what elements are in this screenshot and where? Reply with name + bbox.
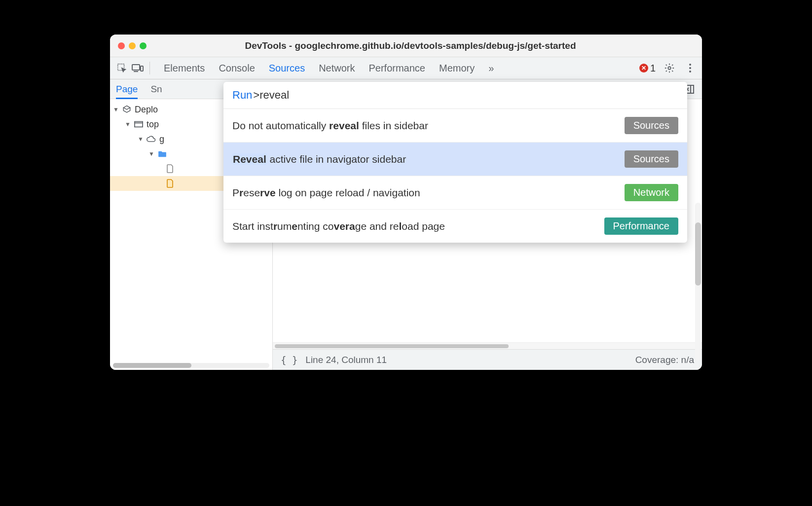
palette-input[interactable] [253, 89, 401, 102]
palette-item-label: Do not automatically reveal files in sid… [232, 120, 625, 132]
editor-hscrollbar-thumb[interactable] [275, 344, 509, 348]
tab-console[interactable]: Console [219, 59, 255, 78]
palette-item[interactable]: Start instrumenting coverage and reload … [223, 210, 687, 243]
panel-tabs: Elements Console Sources Network Perform… [164, 59, 494, 78]
palette-item-label: Preserve log on page reload / navigation [232, 187, 625, 199]
error-icon: ✕ [639, 64, 648, 72]
tab-memory[interactable]: Memory [439, 59, 475, 78]
svg-point-6 [689, 67, 691, 69]
inspect-element-icon[interactable] [115, 61, 129, 75]
expand-arrow-icon: ▼ [113, 106, 119, 113]
device-toolbar-icon[interactable] [131, 61, 145, 75]
svg-point-7 [689, 71, 691, 72]
sidebar-hscrollbar[interactable] [113, 363, 269, 368]
tree-domain-label: g [159, 134, 164, 145]
folder-icon [157, 150, 167, 157]
settings-icon[interactable] [663, 61, 676, 75]
svg-point-4 [668, 67, 671, 70]
svg-rect-2 [141, 66, 143, 71]
expand-arrow-icon: ▼ [148, 150, 154, 157]
palette-item-selected[interactable]: Reveal active file in navigator sidebar … [223, 143, 687, 176]
frame-icon [134, 121, 144, 128]
sidebar-hscrollbar-thumb[interactable] [113, 363, 191, 368]
subtab-page[interactable]: Page [116, 81, 138, 99]
js-file-icon [165, 179, 175, 188]
divider [149, 62, 150, 74]
tab-performance[interactable]: Performance [369, 59, 426, 78]
titlebar: DevTools - googlechrome.github.io/devtoo… [110, 35, 702, 57]
palette-prefix: Run [232, 89, 252, 102]
svg-rect-1 [132, 65, 140, 70]
pretty-print-button[interactable]: { } [281, 355, 297, 365]
subtab-snippets[interactable]: Sn [150, 81, 162, 98]
panel-badge: Performance [604, 217, 679, 235]
toolbar-right: ✕ 1 [639, 61, 697, 75]
palette-item[interactable]: Do not automatically reveal files in sid… [223, 109, 687, 143]
panel-badge: Network [625, 184, 678, 201]
expand-arrow-icon: ▼ [125, 121, 131, 128]
tabs-overflow[interactable]: » [488, 59, 494, 78]
error-badge[interactable]: ✕ 1 [639, 63, 656, 74]
tab-sources[interactable]: Sources [269, 59, 305, 78]
command-palette: Run Do not automatically reveal files in… [223, 82, 687, 243]
window-vscrollbar-thumb[interactable] [695, 222, 701, 286]
main-toolbar: Elements Console Sources Network Perform… [110, 57, 702, 79]
file-icon [165, 164, 175, 173]
error-count: 1 [650, 63, 656, 74]
palette-item-label: Reveal active file in navigator sidebar [232, 153, 625, 165]
tab-network[interactable]: Network [319, 59, 355, 78]
palette-item[interactable]: Preserve log on page reload / navigation… [223, 176, 687, 210]
tree-root-label: Deplo [135, 105, 158, 115]
close-window-icon[interactable] [118, 42, 125, 49]
palette-input-row[interactable]: Run [223, 82, 687, 109]
more-icon[interactable] [683, 61, 697, 75]
cloud-icon [147, 136, 156, 143]
window-vscrollbar[interactable] [695, 203, 701, 361]
editor-statusbar: { } Line 24, Column 11 Coverage: n/a [273, 349, 702, 370]
panel-badge: Sources [625, 117, 678, 134]
editor-hscrollbar[interactable] [273, 342, 702, 349]
deployed-icon [122, 105, 132, 114]
window-title: DevTools - googlechrome.github.io/devtoo… [127, 40, 694, 51]
expand-arrow-icon: ▼ [138, 136, 144, 143]
svg-point-5 [689, 64, 691, 66]
tree-top-label: top [147, 119, 159, 130]
devtools-window: DevTools - googlechrome.github.io/devtoo… [110, 35, 702, 370]
tab-elements[interactable]: Elements [164, 59, 205, 78]
coverage-status: Coverage: n/a [635, 355, 694, 365]
cursor-position: Line 24, Column 11 [305, 355, 387, 365]
svg-rect-10 [135, 122, 143, 127]
palette-list: Do not automatically reveal files in sid… [223, 109, 687, 243]
panel-badge: Sources [625, 150, 678, 168]
palette-item-label: Start instrumenting coverage and reload … [232, 220, 604, 232]
